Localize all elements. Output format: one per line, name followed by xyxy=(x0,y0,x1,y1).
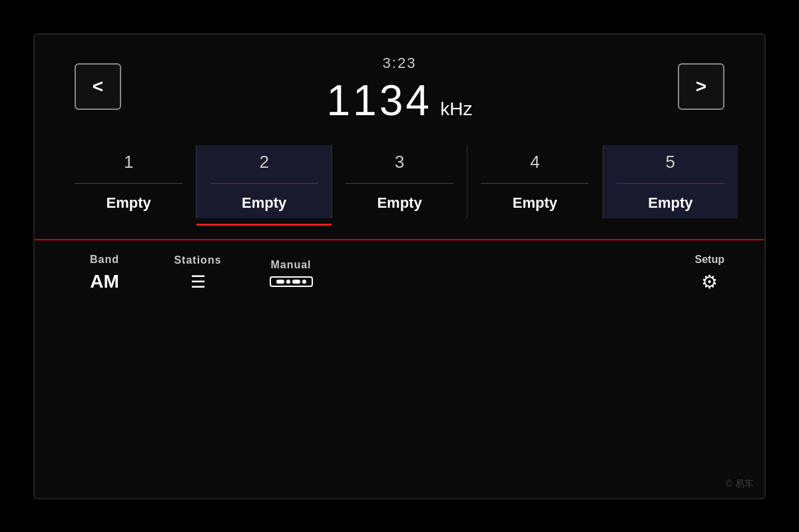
stations-list-icon: ☰ xyxy=(190,272,206,292)
car-radio-screen: < 3:23 1134 kHz > 1Empty2Empty3Empty4Emp… xyxy=(33,33,766,499)
gear-icon: ⚙ xyxy=(701,271,718,293)
preset-label-1: Empty xyxy=(107,194,151,212)
manual-button[interactable]: Manual xyxy=(261,259,321,287)
preset-label-4: Empty xyxy=(513,194,557,212)
next-station-button[interactable]: > xyxy=(678,63,724,110)
manual-tuner-icon xyxy=(270,276,313,287)
setup-button[interactable]: Setup ⚙ xyxy=(695,254,724,293)
right-arrow-icon: > xyxy=(696,76,706,97)
preset-number-4: 4 xyxy=(530,152,539,172)
preset-divider-4 xyxy=(481,183,589,184)
preset-label-5: Empty xyxy=(648,194,692,212)
presets-section: 1Empty2Empty3Empty4Empty5Empty xyxy=(35,138,764,218)
preset-number-1: 1 xyxy=(124,152,133,172)
manual-dot-3 xyxy=(292,280,300,284)
band-value: AM xyxy=(90,271,119,292)
manual-dot-1 xyxy=(276,280,284,284)
band-button[interactable]: Band AM xyxy=(75,254,134,292)
preset-divider-1 xyxy=(75,183,182,184)
preset-divider-3 xyxy=(346,183,453,184)
prev-station-button[interactable]: < xyxy=(75,63,121,110)
manual-label: Manual xyxy=(270,259,311,271)
active-indicator-slot-4 xyxy=(467,224,603,226)
preset-label-3: Empty xyxy=(377,194,421,212)
preset-button-1[interactable]: 1Empty xyxy=(61,145,196,218)
preset-button-4[interactable]: 4Empty xyxy=(467,145,603,218)
active-indicator-slot-5 xyxy=(603,224,738,226)
active-indicator xyxy=(35,224,764,226)
preset-button-3[interactable]: 3Empty xyxy=(332,145,467,218)
time-display: 3:23 xyxy=(326,55,472,72)
band-label: Band xyxy=(90,254,119,266)
top-section: < 3:23 1134 kHz > xyxy=(35,35,764,138)
frequency-value: 1134 xyxy=(326,77,431,125)
preset-divider-2 xyxy=(210,183,318,184)
preset-button-5[interactable]: 5Empty xyxy=(603,145,738,218)
setup-label: Setup xyxy=(695,254,724,266)
preset-number-2: 2 xyxy=(259,152,268,172)
preset-label-2: Empty xyxy=(242,194,286,212)
preset-number-3: 3 xyxy=(395,152,404,172)
manual-dot-4 xyxy=(302,280,306,284)
watermark: © 易车 xyxy=(726,478,754,490)
active-indicator-slot-2 xyxy=(196,224,332,226)
active-indicator-slot-1 xyxy=(61,224,196,226)
frequency-display: 1134 kHz xyxy=(326,76,472,125)
left-arrow-icon: < xyxy=(93,76,103,97)
manual-dot-2 xyxy=(286,280,290,284)
preset-divider-5 xyxy=(617,183,724,184)
bottom-section: Band AM Stations ☰ Manual Setup ⚙ xyxy=(35,240,764,306)
frequency-unit: kHz xyxy=(440,99,472,119)
stations-label: Stations xyxy=(174,254,221,266)
stations-button[interactable]: Stations ☰ xyxy=(168,254,228,292)
preset-button-2[interactable]: 2Empty xyxy=(196,145,332,218)
preset-number-5: 5 xyxy=(666,152,675,172)
active-indicator-slot-3 xyxy=(332,224,467,226)
center-display: 3:23 1134 kHz xyxy=(326,55,472,125)
